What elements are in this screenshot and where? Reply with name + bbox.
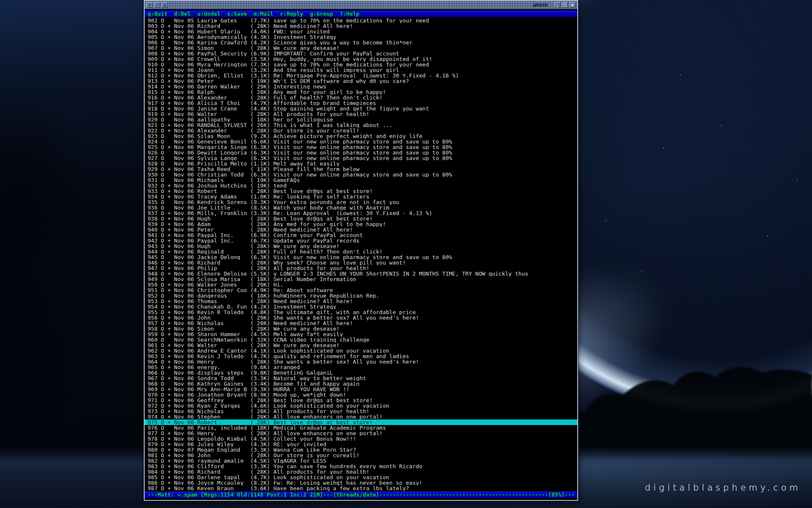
mail-row-906[interactable]: 906 O Nov 06 Karina Crawford (4.2K) Scie… (145, 40, 577, 45)
mail-row-973[interactable]: 973 O + Nov 06 Nicholas ( 28K) All produ… (145, 409, 577, 414)
mail-row-923[interactable]: 923 O Nov 06 Silas Moon (9.2K) Achieve p… (145, 133, 577, 139)
mail-row-911[interactable]: 911 O + Nov 06 Joann (3.2K) And the resu… (145, 67, 577, 73)
mail-row-986[interactable]: 986 O + Nov 06 Joyce Mccauley (8.2K) Fw:… (145, 480, 577, 486)
mail-row-907[interactable]: 907 O + Nov 06 Simon ( 28K) We cure any … (145, 45, 577, 51)
mail-row-939[interactable]: 939 O + Nov 06 Adam ( 28K) Any med for y… (145, 221, 577, 227)
mail-row-918[interactable]: 918 O + Nov 06 Janine Crane (4.4K) Stop … (145, 106, 577, 111)
mail-row-955[interactable]: 955 O + Nov 06 Kevin R Toledo (4.8K) The… (145, 309, 577, 315)
mail-row-978[interactable]: 978 O + Nov 06 Leopoldo Kimbal (4.5K) Co… (145, 436, 577, 442)
mail-row-942[interactable]: 942 O + Nov 06 Paypal Inc. (6.7K) Update… (145, 238, 577, 243)
mail-row-913[interactable]: 913 O + Nov 06 Peter ( 19K) Wh't IS OEM … (145, 78, 577, 84)
mail-row-927[interactable]: 927 O Nov 06 Sylvia Lange (6.3K) Visit o… (145, 155, 577, 161)
mail-row-921[interactable]: 921 O + Nov 06 RANDALL SYLVEST ( 26K) Th… (145, 122, 577, 128)
mail-row-976[interactable]: 976 O Nov 06 Paris, included ( 18K) Medi… (145, 425, 577, 431)
maximize-button[interactable]: □ (562, 2, 568, 8)
mail-row-924[interactable]: 924 O Nov 06 Genevieve Bonil (6.6K) Visi… (145, 139, 577, 144)
mail-row-934[interactable]: 934 O + Nov 06 Tracey Adams (1.0K) Re: l… (145, 194, 577, 199)
mail-row-948[interactable]: 948 O + Nov 06 Elenore Deloise (5.5K) y … (145, 271, 577, 276)
mail-row-915[interactable]: 915 O + Nov 06 Ralph ( 28K) Any med for … (145, 89, 577, 95)
mail-row-908[interactable]: 908 O + Nov 06 PayPal Security (6.9K) IM… (145, 51, 577, 56)
mail-row-914[interactable]: 914 O + Nov 06 Darren Walker ( 29K) Inte… (145, 84, 577, 89)
mail-row-956[interactable]: 956 O + Nov 06 John ( 29K) She wants a b… (145, 315, 577, 320)
mail-row-926[interactable]: 926 O Nov 06 Dewitt Longoria (6.3K) Visi… (145, 150, 577, 155)
mail-row-957[interactable]: 957 O + Nov 06 Nicholas ( 28K) Need medi… (145, 320, 577, 326)
mail-row-960[interactable]: 960 O Nov 06 SearchNetworkin ( 32K) CCNA… (145, 337, 577, 342)
mail-row-931[interactable]: 931 O Nov 06 Michaels ( 19K) GameFAQs (145, 177, 577, 183)
mail-row-925[interactable]: 925 O + Nov 06 Margarita Singe (6.3K) Vi… (145, 144, 577, 150)
mail-row-936[interactable]: 936 O Nov 06 Joe Little (8.5K) Watch you… (145, 205, 577, 210)
mail-row-970[interactable]: 970 O + Nov 06 Jonathon Bryant (8.9K) Mo… (145, 392, 577, 398)
mail-row-965[interactable]: 965 O + Nov 06 energy. (9.6K) arranged (145, 364, 577, 370)
mail-row-966[interactable]: 966 O Nov 06 displays steps (9.8K) Benet… (145, 370, 577, 375)
mail-row-964[interactable]: 964 O + Nov 06 Henry ( 28K) She wants a … (145, 359, 577, 364)
shade-down-button[interactable]: ▾ (146, 2, 153, 8)
mail-row-971[interactable]: 971 O + Nov 06 Geoffrey ( 28K) Best love… (145, 398, 577, 403)
mail-row-920[interactable]: 920 O Nov 06 aallopathy ( 18K) her or so… (145, 117, 577, 122)
mail-row-985[interactable]: 985 O + Nov 06 Darlene tapal (4.7K) Look… (145, 475, 577, 480)
mail-row-950[interactable]: 950 O + Nov 06 Walker Jones ( 29K) Hi. (145, 282, 577, 287)
mail-row-941[interactable]: 941 O + Nov 06 Paypal Inc. (6.9K) Confir… (145, 232, 577, 238)
mail-row-983[interactable]: 983 O + Nov 06 Clifford (3.3K) You can s… (145, 464, 577, 469)
mail-row-968[interactable]: 968 O Nov 06 Kathryn Gaines (3.4K) Becom… (145, 381, 577, 387)
mail-row-982[interactable]: 982 O + Nov 06 raymund amalie (4.5K) VIg… (145, 458, 577, 464)
minimize-button[interactable]: _ (554, 2, 560, 8)
mail-row-932[interactable]: 932 O + Nov 06 Joshua Hutchins ( 19K) te… (145, 183, 577, 188)
mail-row-933[interactable]: 933 O + Nov 06 Robert ( 28K) Best love d… (145, 188, 577, 194)
mail-row-930[interactable]: 930 O Nov 06 Christian Todd (6.3K) Visit… (145, 172, 577, 177)
mail-row-967[interactable]: 967 O + Nov 06 Sondra Todd (3.3K) Natura… (145, 375, 577, 381)
mail-row-916[interactable]: 916 O + Nov 06 Alexander ( 28K) Full of … (145, 95, 577, 100)
mail-row-938[interactable]: 938 O + Nov 06 Hugh ( 28K) Best love dr@… (145, 216, 577, 221)
wallpaper-watermark: digitalblasphemy.com (645, 483, 801, 493)
mail-row-977[interactable]: 977 O + Nov 06 Henry ( 28K) All love enh… (145, 431, 577, 436)
mail-row-944[interactable]: 944 O + Nov 06 Reginald ( 28K) Full of h… (145, 249, 577, 254)
mail-row-928[interactable]: 928 O Nov 06 Priscilla Melto (1.1K) Melt… (145, 161, 577, 166)
desktop: { "desktop": { "watermark": "digitalblas… (0, 0, 812, 508)
mail-row-903[interactable]: 903 O + Nov 06 Richard ( 28K) Need medic… (145, 23, 577, 29)
mail-row-959[interactable]: 959 O + Nov 06 Sharon Hammer (4.5K) Melt… (145, 331, 577, 337)
mail-row-979[interactable]: 979 O + Nov 06 Jules Wiley (4.3K) RE: yo… (145, 442, 577, 447)
mail-row-972[interactable]: 972 O + Nov 06 Ryan Z Vargas (4.6K) Look… (145, 403, 577, 409)
mail-row-980[interactable]: 980 O + Nov 07 Megan England (3.3K) Wann… (145, 447, 577, 453)
mail-row-952[interactable]: 952 O Nov 06 dangerous ( 18K) huhWinners… (145, 293, 577, 298)
shade-up-button[interactable]: ▴ (162, 2, 168, 8)
mail-row-922[interactable]: 922 O + Nov 06 Alexander ( 28K) Our stor… (145, 128, 577, 133)
mail-row-974[interactable]: 974 O + Nov 06 Stephen ( 28K) All love e… (145, 414, 577, 420)
star (606, 220, 606, 221)
mail-row-984[interactable]: 984 O + Nov 06 Richard ( 28K) All produc… (145, 469, 577, 475)
mail-row-935[interactable]: 935 O Nov 06 Kendrick Sorens (9.3K) Your… (145, 199, 577, 205)
mail-row-946[interactable]: 946 O + Nov 06 Richard ( 28K) Why seek? … (145, 260, 577, 265)
mail-row-981[interactable]: 981 O + Nov 06 John ( 28K) Our store is … (145, 453, 577, 458)
mail-row-962[interactable]: 962 O + Nov 06 Andrew E Cantor (4.1K) Lo… (145, 348, 577, 353)
mail-row-954[interactable]: 954 O + Nov 06 Chanukah D. Fun (4.2K) In… (145, 304, 577, 309)
mail-row-909[interactable]: 909 O + Nov 06 Crowell (3.5K) Hey, buddy… (145, 56, 577, 62)
mail-row-902[interactable]: 902 O Nov 05 Laurie Gates (7.7K) save up… (145, 18, 577, 23)
mail-row-951[interactable]: 951 O + Nov 06 Christopher Coo (4.9K) Re… (145, 287, 577, 293)
help-item: r:Reply (280, 11, 303, 17)
mail-row-958[interactable]: 958 O + Nov 06 Simon ( 28K) We cure any … (145, 326, 577, 331)
triangle-up-icon: ▴ (164, 3, 165, 7)
mail-row-910[interactable]: 910 O Nov 06 Myra Herrington (7.3K) save… (145, 62, 577, 67)
mail-row-912[interactable]: 912 O + Nov 06 Obrien, Elliot (3.1K) Re:… (145, 73, 577, 78)
window-titlebar[interactable]: ▾ → ▴ aterm _ □ × (145, 1, 577, 9)
mail-row-969[interactable]: 969 O + Nov 06 Mrs Ann-Marie B (9.3K) HU… (145, 387, 577, 392)
mail-row-945[interactable]: 945 O Nov 06 Jackie Delong (6.3K) Visit … (145, 254, 577, 260)
help-item: ?:Help (340, 11, 359, 17)
mail-row-947[interactable]: 947 O + Nov 06 Philip ( 28K) All product… (145, 265, 577, 271)
mail-row-929[interactable]: 929 O + Nov 06 Tasha Reed ( 11K) Please … (145, 166, 577, 172)
mail-row-953[interactable]: 953 O + Nov 06 Thomas ( 28K) Need medici… (145, 298, 577, 304)
mail-row-937[interactable]: 937 O + Nov 06 Mills, Franklin (3.3K) Re… (145, 210, 577, 216)
mail-row-919[interactable]: 919 O + Nov 06 Walter ( 28K) All product… (145, 111, 577, 117)
mail-row-961[interactable]: 961 O + Nov 06 Walter ( 28K) We cure any… (145, 342, 577, 348)
mail-row-940[interactable]: 940 O + Nov 06 Peter ( 28K) Need medicin… (145, 227, 577, 232)
mail-row-904[interactable]: 904 O + Nov 06 Hubert Olariu (4.0K) FWD:… (145, 29, 577, 34)
mail-row-selected[interactable]: 975 O + Nov 06 Robert ( 28K) Best love d… (145, 420, 577, 425)
mail-row-987[interactable]: 987 O + Nov 06 Keven Braun (3.6K) Have b… (145, 486, 577, 491)
mail-row-963[interactable]: 963 O + Nov 06 Kevin J Toledo (4.7K) qua… (145, 353, 577, 359)
close-button[interactable]: × (569, 2, 576, 8)
stick-button[interactable]: → (154, 2, 160, 8)
mail-row-917[interactable]: 917 O + Nov 06 Alicia T Choi (4.7K) Affo… (145, 100, 577, 106)
mail-row-949[interactable]: 949 O Nov 06 Sclosa Marisa ( 18K) Serial… (145, 276, 577, 282)
terminal-screen[interactable]: q:Quitd:Delu:Undels:Savem:Mailr:Replyg:G… (145, 9, 577, 500)
mail-row-905[interactable]: 905 O + Nov 06 Aerodynamically (4.3K) In… (145, 34, 577, 40)
mail-row-943[interactable]: 943 O + Nov 06 Hugh ( 28K) We cure any d… (145, 243, 577, 249)
